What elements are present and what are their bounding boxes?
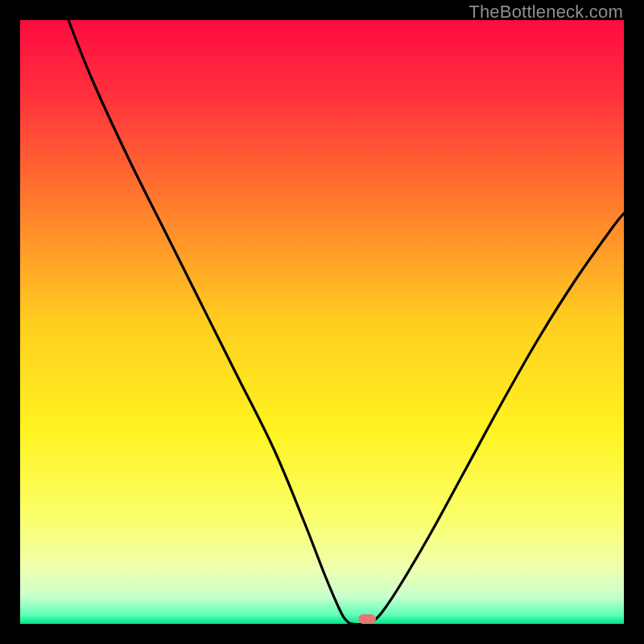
chart-container: TheBottleneck.com <box>0 0 644 644</box>
plot-area <box>20 20 624 624</box>
watermark-text: TheBottleneck.com <box>469 2 623 23</box>
optimal-marker <box>358 614 376 624</box>
bottleneck-curve <box>20 20 624 624</box>
